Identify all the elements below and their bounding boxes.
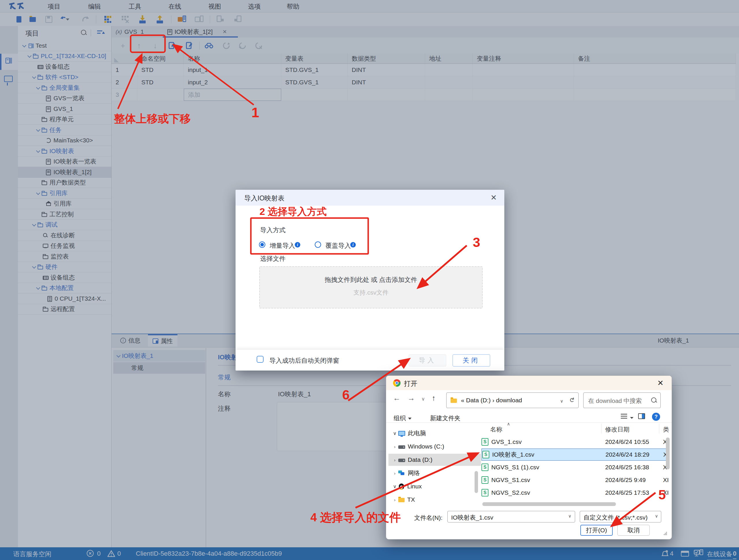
nav-scrollbar[interactable] bbox=[474, 471, 478, 493]
new-folder-button[interactable]: 新建文件夹 bbox=[430, 414, 460, 422]
auto-close-label[interactable]: 导入成功后自动关闭弹窗 bbox=[269, 356, 339, 365]
refresh-icon[interactable]: ↻ bbox=[567, 397, 576, 403]
radio-overwrite-label[interactable]: 覆盖导入 bbox=[325, 241, 351, 250]
resize-grip[interactable] bbox=[663, 532, 667, 535]
filename-value: IO映射表_1.csv bbox=[451, 514, 493, 522]
filename-label: 文件名(N): bbox=[414, 514, 442, 522]
nav-tx-folder[interactable]: ›TX bbox=[391, 494, 415, 506]
filetype-combo[interactable]: 自定义文件 (*.csv;*.csv) ∨ bbox=[580, 511, 661, 523]
organize-button[interactable]: 组织 bbox=[394, 414, 412, 422]
import-close-button[interactable]: 关闭 bbox=[453, 354, 490, 367]
open-file-dialog: 打开 ✕ ← → ∨ ↑ « Data (D:) › download ∨ ↻ … bbox=[386, 375, 672, 540]
radio-incremental-import[interactable] bbox=[259, 241, 265, 248]
open-dialog-title: 打开 bbox=[404, 379, 417, 388]
import-dialog-titlebar: 导入IO映射表 ✕ bbox=[236, 190, 504, 206]
up-icon[interactable]: ↑ bbox=[432, 394, 436, 403]
open-dialog-titlebar: 打开 ✕ bbox=[386, 376, 672, 390]
drop-zone-subtext: 支持.csv文件 bbox=[260, 289, 482, 297]
history-chevron-icon[interactable]: ∨ bbox=[421, 396, 425, 402]
nav-data-d[interactable]: ›Data (D:) bbox=[389, 454, 481, 466]
drop-zone-text: 拖拽文件到此处 或 点击添加文件 bbox=[260, 275, 482, 284]
address-dropdown-icon[interactable]: ∨ bbox=[560, 399, 563, 404]
incremental-info-icon[interactable]: i bbox=[295, 242, 300, 247]
search-box[interactable]: 在 download 中搜索 bbox=[583, 392, 661, 408]
select-file-label: 选择文件 bbox=[260, 254, 286, 263]
overwrite-info-icon[interactable]: i bbox=[350, 242, 356, 247]
column-name[interactable]: 名称 bbox=[490, 425, 502, 433]
help-icon[interactable]: ? bbox=[652, 413, 660, 421]
forward-icon[interactable]: → bbox=[408, 394, 415, 403]
file-row[interactable]: SNGVS_S1.csv 2024/6/25 9:49XI bbox=[481, 474, 669, 486]
back-icon[interactable]: ← bbox=[393, 394, 401, 403]
search-icon[interactable] bbox=[651, 397, 656, 404]
column-divider bbox=[601, 424, 601, 433]
nav-this-pc[interactable]: ∨此电脑 bbox=[391, 427, 426, 439]
import-method-label: 导入方式 bbox=[260, 226, 286, 234]
filetype-value: 自定义文件 (*.csv;*.csv) bbox=[584, 514, 650, 522]
vertical-scrollbar[interactable] bbox=[666, 437, 670, 469]
filename-combo[interactable]: IO映射表_1.csv ∨ bbox=[447, 511, 575, 523]
import-confirm-button[interactable]: 导入 bbox=[409, 354, 446, 367]
search-placeholder: 在 download 中搜索 bbox=[588, 397, 642, 405]
horizontal-scrollbar[interactable] bbox=[482, 502, 616, 506]
column-type[interactable]: 类 bbox=[663, 425, 669, 433]
address-bar[interactable]: « Data (D:) › download ∨ ↻ bbox=[446, 392, 579, 408]
filetype-dropdown-icon[interactable]: ∨ bbox=[655, 514, 658, 519]
cancel-button[interactable]: 取消 bbox=[617, 525, 650, 536]
file-row[interactable]: SNGVS_S1 (1).csv 2024/6/25 16:38XI bbox=[481, 461, 669, 474]
import-io-map-dialog: 导入IO映射表 ✕ 导入方式 增量导入 i 覆盖导入 i 选择文件 拖拽文件到此… bbox=[236, 190, 504, 371]
open-button[interactable]: 打开(O) bbox=[580, 525, 613, 536]
sort-ascending-icon[interactable]: ∧ bbox=[507, 421, 510, 426]
file-row-selected[interactable]: SIO映射表_1.csv 2024/6/24 18:29XI bbox=[481, 448, 669, 460]
address-path[interactable]: « Data (D:) › download bbox=[461, 397, 522, 404]
filename-dropdown-icon[interactable]: ∨ bbox=[568, 514, 571, 519]
file-row[interactable]: SGVS_1.csv 2024/6/24 10:55XI bbox=[481, 436, 669, 448]
open-dialog-close-icon[interactable]: ✕ bbox=[657, 379, 663, 388]
import-dialog-close-icon[interactable]: ✕ bbox=[490, 193, 497, 202]
chrome-icon bbox=[393, 379, 401, 387]
radio-overwrite-import[interactable] bbox=[315, 241, 321, 248]
file-drop-zone[interactable]: 拖拽文件到此处 或 点击添加文件 支持.csv文件 bbox=[259, 266, 483, 309]
dialog-separator bbox=[387, 422, 672, 423]
import-dialog-footer: 导入成功后自动关闭弹窗 导入 关闭 bbox=[236, 350, 504, 371]
nav-linux[interactable]: ∨Linux bbox=[391, 480, 422, 493]
screen: 项目 编辑 工具 在线 视图 选项 帮助 bbox=[0, 0, 739, 560]
nav-windows-c[interactable]: ›Windows (C:) bbox=[391, 440, 444, 452]
view-mode-icon[interactable] bbox=[620, 413, 633, 421]
nav-network[interactable]: ›网络 bbox=[391, 467, 420, 479]
column-divider bbox=[659, 424, 659, 433]
radio-incremental-label[interactable]: 增量导入 bbox=[270, 241, 295, 250]
auto-close-checkbox[interactable] bbox=[257, 356, 264, 363]
import-dialog-title: 导入IO映射表 bbox=[244, 194, 284, 203]
file-row[interactable]: SNGVS_S2.csv 2024/6/25 17:53XI bbox=[481, 487, 669, 499]
preview-pane-icon[interactable] bbox=[638, 413, 645, 420]
column-date[interactable]: 修改日期 bbox=[605, 425, 629, 433]
